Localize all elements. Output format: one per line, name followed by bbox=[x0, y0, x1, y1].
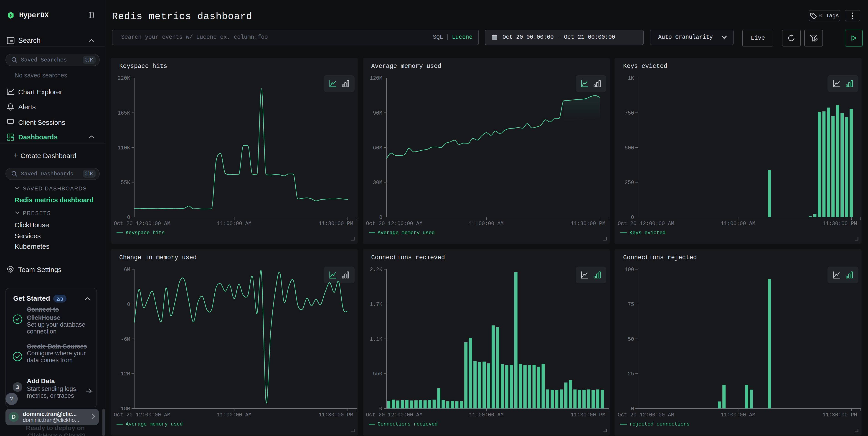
svg-text:11:00:00 AM: 11:00:00 AM bbox=[721, 412, 755, 418]
svg-text:Oct 20 12:00:00 AM: Oct 20 12:00:00 AM bbox=[114, 412, 170, 418]
svg-text:2.2K: 2.2K bbox=[370, 267, 382, 273]
svg-text:1.7K: 1.7K bbox=[370, 301, 382, 308]
svg-text:0: 0 bbox=[631, 406, 634, 412]
svg-text:0: 0 bbox=[631, 214, 634, 221]
svg-text:11:30:00 PM: 11:30:00 PM bbox=[823, 221, 857, 227]
svg-text:Oct 20 12:00:00 AM: Oct 20 12:00:00 AM bbox=[618, 221, 674, 227]
svg-text:750: 750 bbox=[625, 110, 634, 116]
svg-text:550: 550 bbox=[373, 371, 382, 377]
svg-text:120M: 120M bbox=[370, 76, 382, 81]
svg-text:100: 100 bbox=[625, 267, 634, 273]
svg-text:165K: 165K bbox=[118, 110, 130, 116]
svg-text:11:00:00 AM: 11:00:00 AM bbox=[469, 412, 503, 418]
svg-text:0: 0 bbox=[127, 301, 130, 308]
svg-text:60M: 60M bbox=[373, 145, 382, 151]
svg-text:75: 75 bbox=[628, 301, 634, 308]
svg-text:11:30:00 PM: 11:30:00 PM bbox=[570, 221, 605, 227]
svg-text:11:30:00 PM: 11:30:00 PM bbox=[823, 412, 857, 418]
svg-text:1.1K: 1.1K bbox=[370, 337, 382, 342]
svg-text:Oct 20 12:00:00 AM: Oct 20 12:00:00 AM bbox=[366, 412, 422, 418]
svg-text:-18M: -18M bbox=[118, 406, 130, 412]
svg-text:30M: 30M bbox=[373, 180, 382, 186]
svg-text:11:00:00 AM: 11:00:00 AM bbox=[217, 412, 251, 418]
svg-text:0: 0 bbox=[127, 214, 130, 221]
svg-text:0: 0 bbox=[379, 214, 382, 221]
svg-text:500: 500 bbox=[625, 145, 634, 151]
svg-text:110K: 110K bbox=[118, 145, 130, 151]
svg-text:11:30:00 PM: 11:30:00 PM bbox=[319, 412, 353, 418]
svg-text:11:00:00 AM: 11:00:00 AM bbox=[469, 221, 503, 227]
svg-text:11:30:00 PM: 11:30:00 PM bbox=[570, 412, 605, 418]
svg-text:Oct 20 12:00:00 AM: Oct 20 12:00:00 AM bbox=[366, 221, 422, 227]
svg-text:-12M: -12M bbox=[118, 371, 130, 377]
svg-text:50: 50 bbox=[628, 337, 634, 342]
svg-text:55K: 55K bbox=[121, 180, 130, 186]
svg-text:1K: 1K bbox=[628, 76, 634, 81]
svg-text:0: 0 bbox=[379, 406, 382, 412]
svg-text:11:00:00 AM: 11:00:00 AM bbox=[217, 221, 251, 227]
svg-text:Oct 20 12:00:00 AM: Oct 20 12:00:00 AM bbox=[114, 221, 170, 227]
svg-text:220K: 220K bbox=[118, 76, 130, 81]
svg-text:11:30:00 PM: 11:30:00 PM bbox=[319, 221, 353, 227]
svg-text:25: 25 bbox=[628, 371, 634, 377]
svg-text:250: 250 bbox=[625, 180, 634, 186]
svg-text:-6M: -6M bbox=[121, 337, 130, 342]
svg-text:11:00:00 AM: 11:00:00 AM bbox=[721, 221, 755, 227]
svg-text:6M: 6M bbox=[124, 267, 130, 273]
svg-text:Oct 20 12:00:00 AM: Oct 20 12:00:00 AM bbox=[618, 412, 674, 418]
svg-text:90M: 90M bbox=[373, 110, 382, 116]
